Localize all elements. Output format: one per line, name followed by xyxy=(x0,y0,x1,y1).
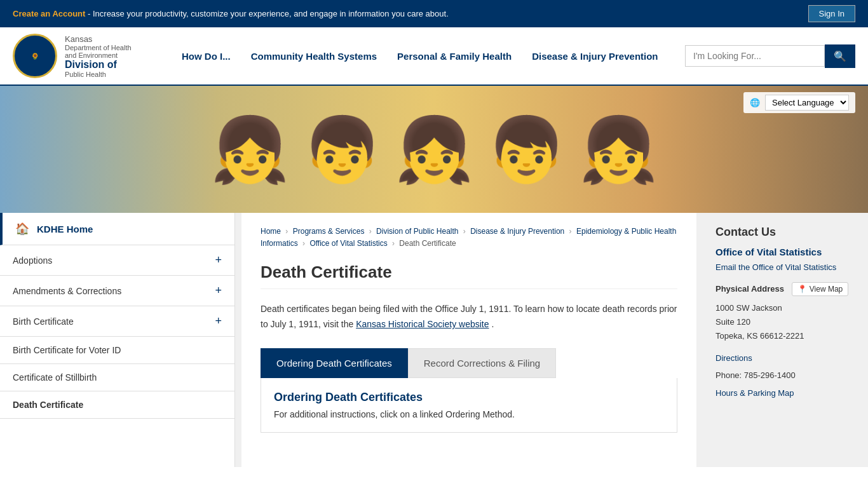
child-face-5: 👧 xyxy=(579,118,658,181)
hero-image: 🌐 Select Language 👧 👦 👧 👦 👧 xyxy=(0,86,868,213)
sidebar-item-birth-cert[interactable]: Birth Certificate + xyxy=(0,306,234,337)
breadcrumb-sep-2: › xyxy=(369,227,372,236)
banner-message: Create an Account - Increase your produc… xyxy=(13,9,449,18)
sidebar-label-death-cert: Death Certificate xyxy=(13,400,83,410)
tabs: Ordering Death Certificates Record Corre… xyxy=(261,348,677,378)
nav-how-do-i[interactable]: How Do I... xyxy=(172,46,241,67)
address-block: 1000 SW Jackson Suite 120 Topeka, KS 666… xyxy=(715,301,855,343)
nav-personal[interactable]: Personal & Family Health xyxy=(387,46,522,67)
breadcrumb-sep-1: › xyxy=(285,227,288,236)
banner-text: - Increase your productivity, customize … xyxy=(88,9,449,18)
address-line-3: Topeka, KS 66612-2221 xyxy=(715,329,855,343)
page-title: Death Certificate xyxy=(261,262,677,289)
top-banner: Create an Account - Increase your produc… xyxy=(0,0,868,27)
email-vital-statistics-link[interactable]: Email the Office of Vital Statistics xyxy=(715,262,855,272)
sidebar-label-stillbirth: Certificate of Stillbirth xyxy=(13,372,97,383)
sidebar-item-adoptions[interactable]: Adoptions + xyxy=(0,245,234,276)
home-icon: 🏠 xyxy=(15,222,29,236)
dept-sub: and Environment xyxy=(65,51,132,59)
tab-ordering[interactable]: Ordering Death Certificates xyxy=(261,348,408,378)
address-line-2: Suite 120 xyxy=(715,315,855,329)
sidebar-item-stillbirth[interactable]: Certificate of Stillbirth xyxy=(0,364,234,391)
sidebar-label-adoptions: Adoptions xyxy=(13,255,52,266)
sidebar-home-label: KDHE Home xyxy=(37,224,93,234)
breadcrumb-sep-6: › xyxy=(392,239,395,248)
search-area: 🔍 xyxy=(685,44,855,68)
sidebar-item-death-cert[interactable]: Death Certificate xyxy=(0,391,234,419)
contact-panel: Contact Us Office of Vital Statistics Em… xyxy=(703,213,868,467)
dept-name: Department of Health xyxy=(65,44,132,51)
child-face-3: 👧 xyxy=(395,118,474,181)
sidebar-label-birth-voter: Birth Certificate for Voter ID xyxy=(13,345,121,355)
tab-content: Ordering Death Certificates For addition… xyxy=(261,378,677,433)
language-bar: 🌐 Select Language xyxy=(743,92,855,113)
hero-children: 👧 👦 👧 👦 👧 xyxy=(210,118,658,181)
org-name: Kansas xyxy=(65,34,132,44)
sidebar-home[interactable]: 🏠 KDHE Home xyxy=(0,213,234,245)
breadcrumb-vital[interactable]: Office of Vital Statistics xyxy=(309,239,387,248)
breadcrumb-disease[interactable]: Disease & Injury Prevention xyxy=(470,227,564,236)
physical-address-section: Physical Address 📍 View Map xyxy=(715,282,855,296)
language-select[interactable]: Select Language xyxy=(765,95,849,111)
sidebar-label-birth-cert: Birth Certificate xyxy=(13,316,74,327)
main-nav: How Do I... Community Health Systems Per… xyxy=(172,46,685,67)
search-button[interactable]: 🔍 xyxy=(825,44,855,68)
tab-section-desc: For additional instructions, click on a … xyxy=(274,409,664,419)
division-sub: Public Health xyxy=(65,71,132,78)
expand-birth-cert-icon: + xyxy=(215,315,222,328)
breadcrumb-home[interactable]: Home xyxy=(261,227,281,236)
division-title: Division of xyxy=(65,59,132,71)
sign-in-button[interactable]: Sign In xyxy=(808,5,855,22)
translate-icon: 🌐 xyxy=(750,98,760,107)
content-area: 🏠 KDHE Home Adoptions + Amendments & Cor… xyxy=(0,213,868,467)
directions-link[interactable]: Directions xyxy=(715,353,855,363)
contact-org: Office of Vital Statistics xyxy=(715,247,855,257)
kansas-logo: 🌻 xyxy=(13,34,57,78)
tab-record-corrections[interactable]: Record Corrections & Filing xyxy=(408,348,556,378)
view-map-button[interactable]: 📍 View Map xyxy=(792,282,848,296)
breadcrumb-current: Death Certificate xyxy=(399,239,456,248)
create-account-link[interactable]: Create an Account xyxy=(13,9,85,18)
search-input[interactable] xyxy=(685,45,825,67)
breadcrumb: Home › Programs & Services › Division of… xyxy=(261,226,677,250)
phone-number: Phone: 785-296-1400 xyxy=(715,370,855,380)
sidebar: 🏠 KDHE Home Adoptions + Amendments & Cor… xyxy=(0,213,235,467)
historical-society-link[interactable]: Kansas Historical Society website xyxy=(356,319,489,329)
breadcrumb-programs[interactable]: Programs & Services xyxy=(293,227,365,236)
sidebar-label-amendments: Amendments & Corrections xyxy=(13,286,121,296)
tab-section-title: Ordering Death Certificates xyxy=(274,391,664,404)
child-face-4: 👦 xyxy=(487,118,566,181)
intro-text-after: . xyxy=(491,319,494,329)
expand-amendments-icon: + xyxy=(215,284,222,297)
hours-parking-link[interactable]: Hours & Parking Map xyxy=(715,388,794,398)
map-pin-icon: 📍 xyxy=(797,285,807,294)
contact-title: Contact Us xyxy=(715,226,855,239)
logo-text: Kansas Department of Health and Environm… xyxy=(65,34,132,78)
child-face-1: 👧 xyxy=(210,118,290,181)
sidebar-item-birth-voter[interactable]: Birth Certificate for Voter ID xyxy=(0,337,234,364)
nav-disease[interactable]: Disease & Injury Prevention xyxy=(522,46,668,67)
logo-area: 🌻 Kansas Department of Health and Enviro… xyxy=(13,34,153,78)
physical-address-label: Physical Address xyxy=(715,284,784,294)
breadcrumb-sep-5: › xyxy=(302,239,305,248)
address-line-1: 1000 SW Jackson xyxy=(715,301,855,315)
sidebar-item-amendments[interactable]: Amendments & Corrections + xyxy=(0,276,234,306)
view-map-label: View Map xyxy=(810,285,843,294)
child-face-2: 👦 xyxy=(302,118,382,181)
header: 🌻 Kansas Department of Health and Enviro… xyxy=(0,27,868,86)
breadcrumb-sep-4: › xyxy=(569,227,572,236)
breadcrumb-sep-3: › xyxy=(463,227,466,236)
breadcrumb-division[interactable]: Division of Public Health xyxy=(376,227,458,236)
intro-paragraph: Death certificates began being filed wit… xyxy=(261,302,677,332)
main-content: Home › Programs & Services › Division of… xyxy=(241,213,696,467)
expand-adoptions-icon: + xyxy=(215,254,222,267)
nav-community[interactable]: Community Health Systems xyxy=(241,46,387,67)
